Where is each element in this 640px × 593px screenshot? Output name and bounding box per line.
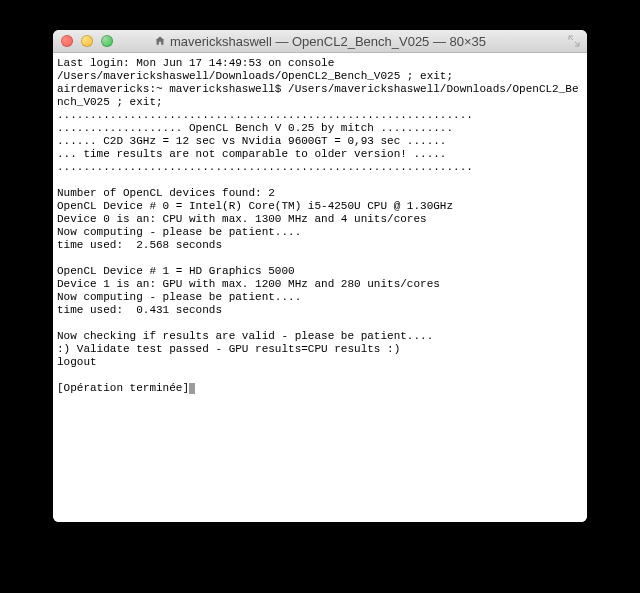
terminal-body[interactable]: Last login: Mon Jun 17 14:49:53 on conso…: [53, 53, 587, 522]
window-title-text: maverickshaswell — OpenCL2_Bench_V025 — …: [170, 34, 486, 49]
fullscreen-icon[interactable]: [567, 34, 581, 48]
cursor-icon: [189, 383, 195, 394]
home-icon: [154, 35, 166, 47]
close-icon[interactable]: [61, 35, 73, 47]
terminal-window: maverickshaswell — OpenCL2_Bench_V025 — …: [53, 30, 587, 522]
minimize-icon[interactable]: [81, 35, 93, 47]
traffic-lights: [61, 35, 113, 47]
window-title: maverickshaswell — OpenCL2_Bench_V025 — …: [53, 34, 587, 49]
terminal-output: Last login: Mon Jun 17 14:49:53 on conso…: [57, 57, 583, 395]
zoom-icon[interactable]: [101, 35, 113, 47]
titlebar[interactable]: maverickshaswell — OpenCL2_Bench_V025 — …: [53, 30, 587, 53]
